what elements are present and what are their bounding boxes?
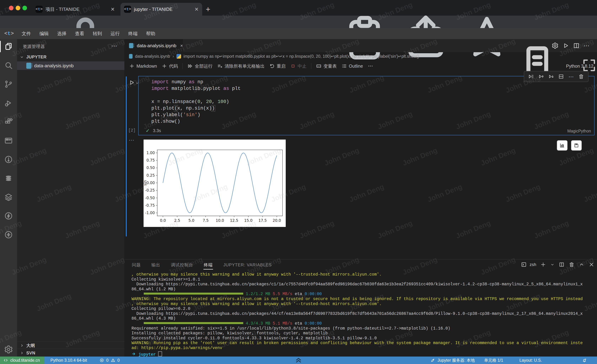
svg-text:5.0: 5.0 <box>189 218 194 223</box>
panel-tab[interactable]: 输出 <box>151 260 161 270</box>
run-above-icon[interactable] <box>538 74 544 79</box>
activity-item-explorer-icon[interactable] <box>4 42 13 51</box>
activity-item-browser-preview-icon[interactable] <box>4 136 13 145</box>
code-line <box>151 92 241 99</box>
menu-item[interactable]: 帮助 <box>142 28 160 39</box>
activity-item-settings-icon[interactable] <box>4 345 13 354</box>
panel-tab[interactable]: JUPYTER: VARIABLES <box>223 260 272 270</box>
run-cell-icon[interactable] <box>128 79 135 86</box>
close-tab-icon[interactable]: ✕ <box>195 6 199 12</box>
split-editor-icon[interactable] <box>573 42 580 49</box>
section-svn[interactable]: SVN <box>17 349 124 357</box>
close-tab-icon[interactable]: × <box>180 43 183 48</box>
cell-code[interactable]: import numpy as npimport matplotlib.pypl… <box>151 79 241 125</box>
cell-toolbar: ⋯ <box>524 71 589 82</box>
code-cell[interactable]: import numpy as npimport matplotlib.pypl… <box>138 76 595 135</box>
notifications-bell[interactable] <box>582 356 587 364</box>
menu-item[interactable]: 查看 <box>71 28 88 39</box>
toolbar-Outline[interactable]: Outline <box>341 63 363 69</box>
collapse-chevrons-icon[interactable] <box>294 356 303 364</box>
save-output-icon[interactable] <box>571 140 582 151</box>
terminal-line: Collecting kiwisolver>=1.0.1 <box>132 277 593 282</box>
shell-name[interactable]: zsh <box>530 262 536 267</box>
site-favicon: <t> <box>36 6 43 13</box>
close-window-button[interactable] <box>9 6 14 10</box>
kill-terminal-icon[interactable] <box>569 262 575 268</box>
activity-item-runner-icon[interactable] <box>4 155 13 164</box>
menu-item[interactable]: 运行 <box>106 28 124 39</box>
toolbar-more[interactable] <box>368 63 373 69</box>
svg-text:0.00: 0.00 <box>146 181 155 185</box>
cell-position[interactable]: 单元格 1/1 <box>484 356 503 364</box>
output-more-icon[interactable]: ⋯ <box>129 137 135 143</box>
delete-cell-icon[interactable] <box>578 74 584 79</box>
toolbar-重启[interactable]: 重启 <box>269 63 285 69</box>
problems-indicator[interactable]: 0 0 <box>100 356 120 364</box>
split-terminal-icon[interactable] <box>559 262 565 268</box>
editor-more-icon[interactable]: ⋯ <box>583 42 591 49</box>
toolbar-代码[interactable]: 代码 <box>162 63 178 69</box>
panel-tab[interactable]: 调试控制台 <box>171 260 194 270</box>
terminal[interactable]: , otherwise you may silence this warning… <box>132 272 593 356</box>
editor-tab-notebook[interactable]: data-analysis.ipynb × <box>124 39 183 52</box>
section-jupyter[interactable]: JUPYTER <box>17 53 124 61</box>
remote-indicator[interactable]: cloud.titanide.cn <box>0 356 44 364</box>
run-all-icon <box>187 63 193 69</box>
terminal-dropdown-icon[interactable] <box>550 262 555 268</box>
svg-text:-0.75: -0.75 <box>145 203 155 208</box>
menu-item[interactable]: 终端 <box>124 28 142 39</box>
minimize-window-button[interactable] <box>16 6 20 10</box>
maximize-panel-icon[interactable] <box>579 262 585 268</box>
svg-text:-0.25: -0.25 <box>145 188 155 193</box>
python-version[interactable]: Python 3.10.4 64-bit <box>50 356 87 364</box>
more-h-icon <box>368 63 373 69</box>
section-outline[interactable]: 大纲 <box>17 341 124 350</box>
cell-language[interactable]: MagicPython <box>567 129 591 133</box>
terminal-icon[interactable] <box>521 262 527 268</box>
menu-item[interactable]: 选择 <box>53 28 71 39</box>
terminal-line: 86_64.whl (4.3 MB) <box>132 316 593 321</box>
split-cell-icon[interactable] <box>558 74 564 79</box>
activity-item-database-icon[interactable] <box>4 174 13 183</box>
toolbar-全部运行[interactable]: 全部运行 <box>187 63 212 69</box>
toolbar-清除所有单元格输出[interactable]: 清除所有单元格输出 <box>217 63 265 69</box>
menu-item[interactable]: 文件 <box>17 28 35 39</box>
jupyter-server-indicator[interactable]: Jupyter 服务器: 本地 <box>430 356 475 364</box>
code-line: plt.show() <box>151 118 241 125</box>
toolbar-变量表[interactable]: (x)变量表 <box>316 63 337 69</box>
layout-indicator[interactable]: Layout: U.S. <box>519 356 542 364</box>
menu-item[interactable]: 转到 <box>88 28 106 39</box>
code-line: import matplotlib.pyplot as plt <box>151 85 241 92</box>
menu-item[interactable]: 编辑 <box>35 28 53 39</box>
run-below-icon[interactable] <box>548 74 554 79</box>
new-tab-button[interactable]: + <box>206 5 210 13</box>
toolbar-Markdown[interactable]: Markdown <box>129 63 157 69</box>
watermark: John Deng <box>377 219 413 240</box>
tree-item-notebook[interactable]: data-analysis.ipynb <box>17 62 124 70</box>
svg-text:12.5: 12.5 <box>230 218 238 223</box>
activity-item-remote-hub-icon[interactable] <box>4 230 13 239</box>
close-panel-icon[interactable] <box>589 262 595 268</box>
panel-tab[interactable]: 终端 <box>204 260 213 270</box>
activity-item-search-icon[interactable] <box>4 61 13 70</box>
activity-item-lightning-icon[interactable] <box>4 211 13 221</box>
activity-item-run-debug-icon[interactable] <box>4 98 13 108</box>
toolbar-中止[interactable]: 中止 <box>290 63 306 69</box>
activity-item-extensions-icon[interactable] <box>4 117 13 126</box>
activity-item-layers-icon[interactable] <box>4 193 13 202</box>
terminal-line: WARNING: The repository located at mirro… <box>132 297 593 302</box>
change-presentation-icon[interactable] <box>557 140 567 151</box>
cell-more-icon[interactable]: ⋯ <box>568 74 574 79</box>
run-by-line-icon[interactable] <box>528 74 534 79</box>
panel-tab[interactable]: 问题 <box>132 260 141 270</box>
new-terminal-icon[interactable] <box>540 262 546 268</box>
watermark: John Deng <box>401 146 438 167</box>
activity-item-source-control-icon[interactable] <box>4 79 13 89</box>
sidebar-more-icon[interactable]: ⋯ <box>111 42 117 49</box>
restart-icon <box>269 63 275 69</box>
prompt-arrow-icon <box>132 352 136 356</box>
kernel-picker[interactable]: Python 3.8.12 <box>511 60 593 72</box>
browser-tab[interactable]: <t> jupyter - TITANIDE ✕ <box>120 3 202 16</box>
outline-icon <box>341 63 347 69</box>
zoom-window-button[interactable] <box>22 6 27 10</box>
